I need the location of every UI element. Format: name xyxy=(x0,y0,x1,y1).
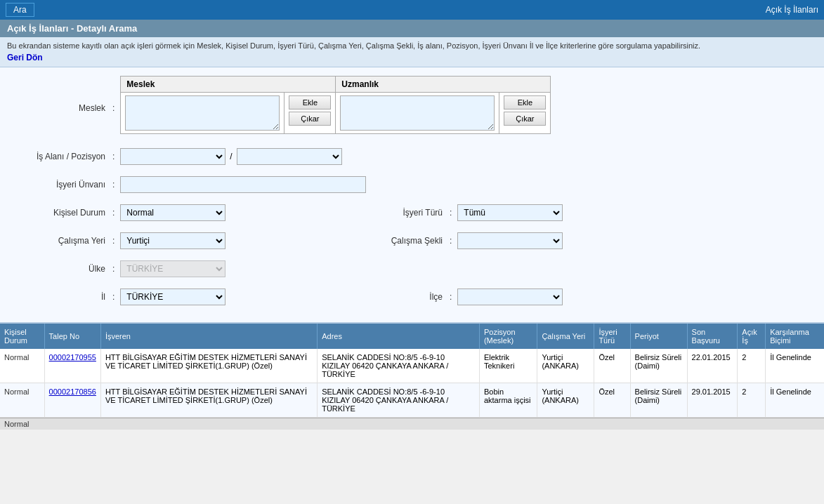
uzmanlik-col-header: Uzmanlık xyxy=(336,77,551,93)
is-alani-row: İş Alanı / Pozisyon : / xyxy=(14,145,810,168)
table-row: Normal00002170955HTT BİLGİSAYAR EĞİTİM D… xyxy=(0,349,824,383)
isyeri-unvani-label: İşyeri Ünvanı xyxy=(14,180,112,190)
son-basvuru-cell: 22.01.2015 xyxy=(692,353,731,362)
page-header-title: Açık İş İlanları - Detaylı Arama xyxy=(7,23,137,34)
ulke-row: Ülke : TÜRKİYE xyxy=(14,258,810,280)
col-periyot: Periyot xyxy=(630,324,687,349)
isveren-cell: HTT BİLGİSAYAR EĞİTİM DESTEK HİZMETLERİ … xyxy=(105,387,307,404)
calisma-yeri-row: Çalışma Yeri : Yurtiçi Yurtdışı Çalışma … xyxy=(14,230,810,252)
son-basvuru-cell: 29.01.2015 xyxy=(692,387,731,396)
col-karsilanma: Karşılanma Biçimi xyxy=(766,324,824,349)
meslek-label: Meslek xyxy=(14,103,112,113)
is-alani-select[interactable] xyxy=(120,148,225,165)
isyeri-turu-cell: Özel xyxy=(599,387,615,396)
is-alani-label: İş Alanı / Pozisyon xyxy=(14,152,112,161)
back-link[interactable]: Geri Dön xyxy=(7,53,43,62)
kisisel-durum-cell: Normal xyxy=(4,353,29,362)
kisisel-durum-label: Kişisel Durum xyxy=(14,208,112,218)
info-bar: Bu ekrandan sisteme kayıtlı olan açık iş… xyxy=(0,37,824,67)
karsilanma-cell: İl Genelinde xyxy=(770,353,811,362)
adres-cell: SELANİK CADDESİ NO:8/5 -6-9-10 KIZILAY 0… xyxy=(322,387,448,413)
ilce-label: İlçe xyxy=(351,292,450,302)
il-label: İl xyxy=(14,292,112,302)
status-bar: Normal xyxy=(0,418,824,430)
meslek-input[interactable] xyxy=(125,95,280,131)
status-text: Normal xyxy=(4,420,29,428)
col-kisisel-durum: Kişisel Durum xyxy=(0,324,44,349)
info-description: Bu ekrandan sisteme kayıtlı olan açık iş… xyxy=(7,41,700,50)
pozisyon-cell: Elektrik Teknikeri xyxy=(484,353,514,370)
meslek-col-header: Meslek xyxy=(121,77,336,93)
calisma-yeri-select[interactable]: Yurtiçi Yurtdışı xyxy=(120,232,225,249)
periyot-cell: Belirsiz Süreli (Daimi) xyxy=(635,387,682,404)
col-adres: Adres xyxy=(318,324,480,349)
isyeri-turu-cell: Özel xyxy=(599,353,615,362)
il-row: İl : TÜRKİYE ANKARA İSTANBUL İlçe : xyxy=(14,286,810,308)
top-bar-title: Açık İş İlanları xyxy=(766,5,818,15)
isyeri-turu-select[interactable]: Tümü Özel Kamu xyxy=(457,204,563,221)
isyeri-turu-label: İşyeri Türü xyxy=(351,208,450,218)
ulke-label: Ülke xyxy=(14,264,112,274)
col-son-basvuru: Son Başvuru xyxy=(687,324,738,349)
col-acik-is: Açık İş xyxy=(738,324,766,349)
isyeri-unvani-input[interactable] xyxy=(120,176,366,193)
is-alani-field: / xyxy=(120,148,341,165)
ilce-select[interactable] xyxy=(457,289,563,305)
col-talep-no: Talep No xyxy=(44,324,100,349)
top-bar: Ara Açık İş İlanları xyxy=(0,0,824,20)
calisma-yeri-label: Çalışma Yeri xyxy=(14,236,112,246)
col-isyeri-turu: İşyeri Türü xyxy=(594,324,630,349)
uzmanlik-input[interactable] xyxy=(340,95,495,131)
col-pozisyon: Pozisyon (Meslek) xyxy=(479,324,537,349)
il-select[interactable]: TÜRKİYE ANKARA İSTANBUL xyxy=(120,289,225,305)
kisisel-durum-select[interactable]: Normal Engelli Eski Hükümlü xyxy=(120,204,225,221)
talep-no-link[interactable]: 00002170856 xyxy=(49,387,96,396)
meslek-cikar-button[interactable]: Çıkar xyxy=(289,112,331,126)
talep-no-link[interactable]: 00002170955 xyxy=(49,353,96,362)
meslek-ekle-button[interactable]: Ekle xyxy=(289,95,331,110)
meslek-table-wrapper: Meslek Uzmanlık Ekle Çıkar xyxy=(120,76,551,134)
results-table: Kişisel Durum Talep No İşveren Adres Poz… xyxy=(0,324,824,418)
isyeri-unvani-row: İşyeri Ünvanı : xyxy=(14,173,810,196)
ulke-select[interactable]: TÜRKİYE xyxy=(120,260,225,277)
calisma-yeri-cell: Yurtiçi (ANKARA) xyxy=(542,387,579,404)
uzmanlik-ekle-button[interactable]: Ekle xyxy=(504,95,546,110)
pozisyon-select[interactable] xyxy=(237,148,342,165)
form-area: Meslek : Meslek Uzmanlık xyxy=(0,67,824,324)
col-isveren: İşveren xyxy=(100,324,317,349)
acik-is-cell: 2 xyxy=(742,353,746,362)
calisma-sekli-label: Çalışma Şekli xyxy=(351,236,450,246)
acik-is-cell: 2 xyxy=(742,387,746,396)
meslek-row: Meslek : Meslek Uzmanlık xyxy=(14,76,810,140)
calisma-yeri-cell: Yurtiçi (ANKARA) xyxy=(542,353,579,370)
kisisel-durum-row: Kişisel Durum : Normal Engelli Eski Hükü… xyxy=(14,201,810,224)
kisisel-durum-cell: Normal xyxy=(4,387,29,396)
results-table-wrapper: Kişisel Durum Talep No İşveren Adres Poz… xyxy=(0,324,824,418)
col-calisma-yeri: Çalışma Yeri xyxy=(537,324,594,349)
ara-button[interactable]: Ara xyxy=(6,3,34,17)
page-header: Açık İş İlanları - Detaylı Arama xyxy=(0,20,824,37)
table-row: Normal00002170856HTT BİLGİSAYAR EĞİTİM D… xyxy=(0,383,824,418)
calisma-sekli-select[interactable] xyxy=(457,232,563,249)
pozisyon-cell: Bobin aktarma işçisi xyxy=(484,387,531,404)
periyot-cell: Belirsiz Süreli (Daimi) xyxy=(635,353,682,370)
karsilanma-cell: İl Genelinde xyxy=(770,387,811,396)
adres-cell: SELANİK CADDESİ NO:8/5 -6-9-10 KIZILAY 0… xyxy=(322,353,448,378)
uzmanlik-cikar-button[interactable]: Çıkar xyxy=(504,112,546,126)
isveren-cell: HTT BİLGİSAYAR EĞİTİM DESTEK HİZMETLERİ … xyxy=(105,353,307,370)
